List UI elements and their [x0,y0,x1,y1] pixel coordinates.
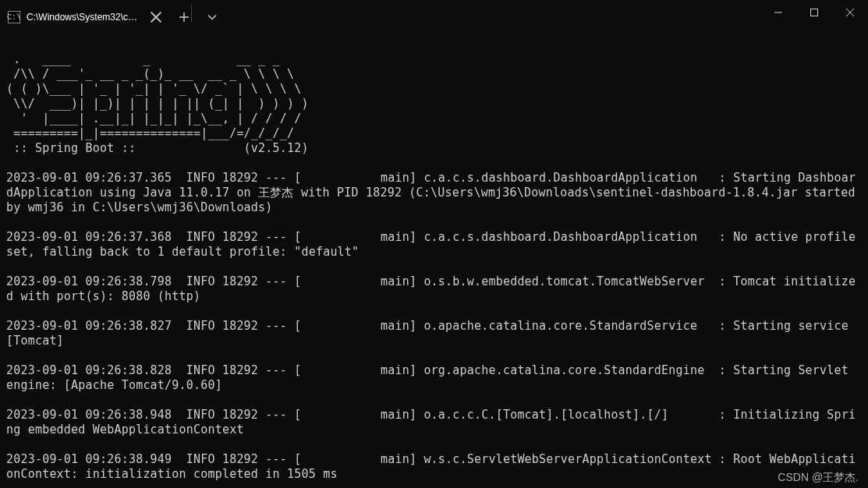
log-line: 2023-09-01 09:26:38.828 INFO 18292 --- [… [6,363,862,393]
log-line: 2023-09-01 09:26:37.368 INFO 18292 --- [… [6,230,862,260]
close-button[interactable] [832,0,868,25]
maximize-button[interactable] [796,0,832,25]
tab-title: C:\Windows\System32\cmd.e [27,12,143,23]
log-line: 2023-09-01 09:26:37.365 INFO 18292 --- [… [6,171,862,215]
tab-cmd[interactable]: C:\ C:\Windows\System32\cmd.e [0,3,170,31]
window-controls [760,0,868,25]
chevron-down-icon [207,12,217,22]
tab-dropdown-button[interactable] [198,3,226,31]
watermark: CSDN @王梦杰. [778,471,859,485]
maximize-icon [810,9,818,16]
close-icon [846,9,854,16]
log-line: 2023-09-01 09:26:38.798 INFO 18292 --- [… [6,274,862,304]
tab-divider [191,5,192,22]
log-line: 2023-09-01 09:26:38.948 INFO 18292 --- [… [6,408,862,437]
titlebar: C:\ C:\Windows\System32\cmd.e [0,0,868,31]
terminal-output[interactable]: . ____ _ __ _ _ /\\ / ___'_ __ _ _(_)_ _… [0,31,868,488]
log-line: 2023-09-01 09:26:38.827 INFO 18292 --- [… [6,319,862,348]
ascii-banner: . ____ _ __ _ _ /\\ / ___'_ __ _ _(_)_ _… [6,52,309,155]
close-icon [150,11,162,23]
minimize-button[interactable] [760,0,796,25]
minimize-icon [774,9,782,16]
svg-rect-0 [811,9,818,16]
cmd-icon: C:\ [8,11,20,23]
log-line: 2023-09-01 09:26:38.949 INFO 18292 --- [… [6,452,862,482]
new-tab-button[interactable] [170,3,198,31]
plus-icon [179,12,189,22]
tab-close-button[interactable] [150,11,162,23]
tab-area: C:\ C:\Windows\System32\cmd.e [0,0,226,31]
